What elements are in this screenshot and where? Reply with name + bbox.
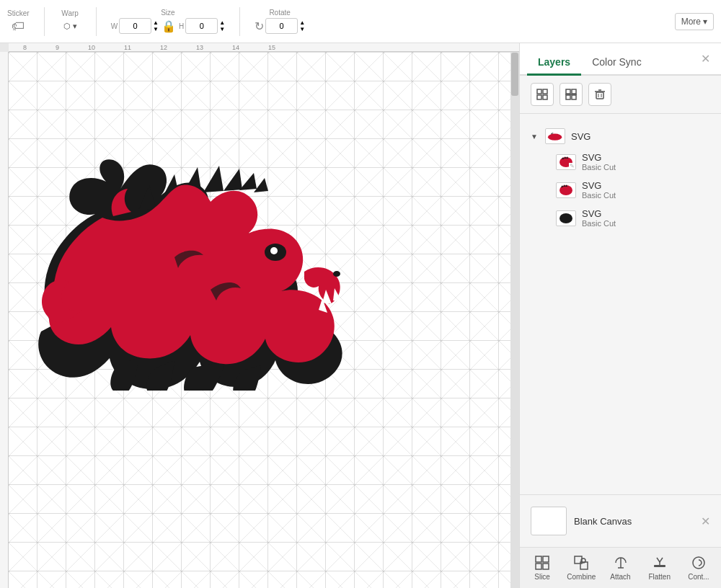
lock-icon: 🔒: [162, 19, 176, 33]
razorback-svg: [30, 146, 477, 391]
layer-item-1[interactable]: ✎ SVG Basic Cut: [531, 148, 710, 176]
svg-rect-8: [572, 89, 576, 94]
contour-tool[interactable]: Cont...: [680, 551, 717, 584]
tab-colorsync[interactable]: Color Sync: [581, 50, 652, 76]
combine-tool[interactable]: Combine: [562, 551, 600, 584]
ruler-mark-9: 9: [56, 44, 59, 51]
layer-item-2[interactable]: SVG Basic Cut: [531, 176, 710, 204]
warp-section: Warp ⬡ ▾: [59, 9, 81, 34]
rotate-input[interactable]: [265, 18, 298, 34]
attach-icon: [613, 555, 629, 571]
scrollbar-right[interactable]: [510, 52, 519, 588]
ruler-mark-15: 15: [268, 44, 275, 51]
image-container[interactable]: [30, 146, 477, 391]
height-label: H: [179, 22, 184, 30]
layer-item-3[interactable]: SVG Basic Cut: [531, 204, 710, 232]
rotate-up[interactable]: ▲: [299, 20, 305, 26]
layer-3-name: SVG: [582, 208, 616, 219]
canvas-area[interactable]: 8 9 10 11 12 13 14 15: [0, 43, 519, 588]
warp-button[interactable]: ⬡ ▾: [59, 19, 81, 34]
rotate-icon: ↻: [255, 19, 264, 33]
group-icon: [536, 89, 548, 100]
rotate-down[interactable]: ▼: [299, 27, 305, 32]
layer-thumb-svg: [547, 130, 564, 143]
rotate-spinners: ▲ ▼: [299, 20, 305, 32]
flatten-icon: [652, 555, 668, 571]
svg-point-2: [333, 271, 340, 277]
width-input[interactable]: [119, 18, 151, 34]
layer-thumb-2: [556, 182, 576, 198]
panel-close-icon[interactable]: ✕: [697, 46, 714, 71]
size-section: Size W ▲ ▼ 🔒 H ▲ ▼: [111, 9, 226, 34]
ungroup-button[interactable]: [559, 83, 583, 106]
svg-rect-10: [572, 95, 576, 99]
panel-toolbar: [520, 76, 721, 114]
height-input[interactable]: [185, 18, 218, 34]
more-button[interactable]: More ▾: [675, 13, 714, 30]
width-label: W: [111, 22, 118, 30]
warp-label: Warp: [61, 9, 79, 17]
slice-tool[interactable]: Slice: [523, 551, 561, 584]
layer-group-info: SVG: [571, 131, 590, 142]
tab-layers[interactable]: Layers: [527, 50, 581, 76]
svg-point-1: [270, 247, 278, 254]
attach-label: Attach: [610, 573, 630, 581]
more-chevron-icon: ▾: [703, 17, 707, 27]
layer-2-type: Basic Cut: [582, 191, 616, 200]
layer-3-type: Basic Cut: [582, 219, 616, 228]
svg-rect-6: [543, 95, 547, 99]
layer-thumb-1: ✎: [556, 154, 576, 170]
width-up[interactable]: ▲: [153, 20, 159, 26]
ruler-mark-11: 11: [124, 44, 131, 51]
blank-canvas-section: Blank Canvas ✕: [520, 494, 721, 547]
scrollbar-thumb[interactable]: [511, 53, 518, 96]
group-button[interactable]: [531, 83, 554, 106]
layer-edit-icon: ✎: [569, 163, 575, 169]
main-toolbar: Sticker 🏷 Warp ⬡ ▾ Size W ▲ ▼ 🔒 H ▲ ▼ Ro…: [0, 0, 721, 43]
blank-canvas-name: Blank Canvas: [574, 516, 632, 527]
layer-1-type: Basic Cut: [582, 163, 616, 172]
main-area: 8 9 10 11 12 13 14 15: [0, 43, 721, 588]
layer-thumb-3: [556, 210, 576, 226]
height-up[interactable]: ▲: [219, 20, 225, 26]
sticker-label: Sticker: [7, 9, 30, 17]
svg-point-20: [559, 213, 572, 223]
delete-layer-button[interactable]: [588, 83, 611, 106]
layer-1-name: SVG: [582, 152, 616, 163]
layer-1-info: SVG Basic Cut: [582, 152, 616, 172]
grid-canvas[interactable]: [9, 52, 519, 588]
size-spinners: ▲ ▼: [153, 20, 159, 32]
blank-canvas-close-icon[interactable]: ✕: [701, 514, 710, 528]
ruler-mark-10: 10: [88, 44, 95, 51]
svg-rect-9: [566, 95, 570, 99]
ruler-mark-12: 12: [160, 44, 167, 51]
slice-label: Slice: [534, 573, 550, 581]
divider-1: [44, 7, 45, 36]
blank-canvas-thumb: [531, 507, 567, 535]
size-label: Size: [161, 9, 174, 17]
layer-3-info: SVG Basic Cut: [582, 208, 616, 228]
ruler-mark-13: 13: [196, 44, 203, 51]
divider-2: [96, 7, 97, 36]
height-down[interactable]: ▼: [219, 27, 225, 32]
ruler-mark-8: 8: [23, 44, 27, 51]
svg-rect-22: [543, 556, 549, 562]
slice-icon: [534, 555, 550, 571]
right-panel: Layers Color Sync ✕: [519, 43, 721, 588]
attach-tool[interactable]: Attach: [601, 551, 639, 584]
svg-rect-3: [537, 89, 541, 94]
combine-icon: [573, 555, 589, 571]
width-down[interactable]: ▼: [153, 27, 159, 32]
flatten-tool[interactable]: Flatten: [641, 551, 678, 584]
delete-icon: [594, 89, 606, 100]
svg-rect-4: [543, 89, 547, 94]
ruler-left: [0, 52, 9, 588]
blank-canvas-item: Blank Canvas ✕: [531, 502, 710, 540]
layer-group-header[interactable]: ▼ SVG: [531, 125, 710, 148]
layer-thumb-group: [545, 128, 565, 144]
rotate-section: Rotate ↻ ▲ ▼: [255, 9, 305, 34]
svg-rect-23: [536, 564, 541, 569]
rotate-label: Rotate: [269, 9, 290, 17]
svg-rect-12: [596, 92, 603, 99]
layer-chevron-icon: ▼: [531, 133, 539, 141]
